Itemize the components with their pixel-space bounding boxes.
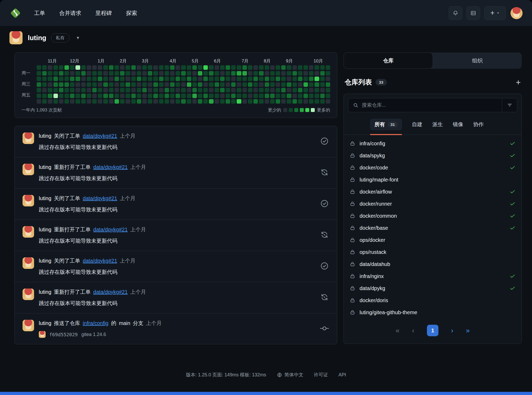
heatmap-cell[interactable] xyxy=(231,71,236,76)
repo-row[interactable]: ops/docker xyxy=(344,234,522,246)
heatmap-cell[interactable] xyxy=(137,88,141,92)
heatmap-cell[interactable] xyxy=(70,71,74,76)
heatmap-cell[interactable] xyxy=(287,65,291,70)
heatmap-cell[interactable] xyxy=(142,71,147,76)
heatmap-cell[interactable] xyxy=(181,94,186,98)
filter-tab-mirrors[interactable]: 镜像 xyxy=(453,121,463,128)
heatmap-cell[interactable] xyxy=(226,99,230,104)
heatmap-cell[interactable] xyxy=(309,94,313,98)
api-link[interactable]: API xyxy=(339,372,346,378)
heatmap-cell[interactable] xyxy=(220,77,225,81)
heatmap-cell[interactable] xyxy=(220,99,225,104)
repo-row[interactable]: docker/doris xyxy=(344,294,522,306)
heatmap-cell[interactable] xyxy=(64,88,69,92)
feed-issue-link[interactable]: data/dpykg#21 xyxy=(83,133,117,139)
feed-issue-link[interactable]: data/dpykg#21 xyxy=(93,227,128,233)
heatmap-cell[interactable] xyxy=(165,99,169,104)
heatmap-cell[interactable] xyxy=(203,71,208,76)
heatmap-cell[interactable] xyxy=(209,71,213,76)
heatmap-cell[interactable] xyxy=(309,82,313,87)
heatmap-cell[interactable] xyxy=(237,94,241,98)
heatmap-cell[interactable] xyxy=(270,94,275,98)
heatmap-cell[interactable] xyxy=(292,99,297,104)
heatmap-cell[interactable] xyxy=(220,82,225,87)
heatmap-cell[interactable] xyxy=(98,88,102,92)
heatmap-cell[interactable] xyxy=(159,94,164,98)
heatmap-cell[interactable] xyxy=(53,82,58,87)
heatmap-cell[interactable] xyxy=(226,94,230,98)
heatmap-cell[interactable] xyxy=(248,71,252,76)
heatmap-cell[interactable] xyxy=(53,99,58,104)
heatmap-cell[interactable] xyxy=(48,88,52,92)
heatmap-cell[interactable] xyxy=(115,94,119,98)
create-new-button[interactable]: + xyxy=(484,6,506,20)
heatmap-cell[interactable] xyxy=(42,65,47,70)
repo-row[interactable]: ops/rustack xyxy=(344,246,522,258)
notifications-button[interactable] xyxy=(449,6,462,20)
language-selector[interactable]: 简体中文 xyxy=(277,372,303,378)
heatmap-cell[interactable] xyxy=(242,94,247,98)
heatmap-cell[interactable] xyxy=(187,94,191,98)
filter-tab-forks[interactable]: 派生 xyxy=(432,121,443,128)
heatmap-cell[interactable] xyxy=(87,99,91,104)
heatmap-cell[interactable] xyxy=(59,99,63,104)
nav-item-explore[interactable]: 探索 xyxy=(126,9,137,17)
heatmap-cell[interactable] xyxy=(81,99,86,104)
heatmap-cell[interactable] xyxy=(181,82,186,87)
heatmap-cell[interactable] xyxy=(64,77,69,81)
heatmap-cell[interactable] xyxy=(320,65,325,70)
heatmap-cell[interactable] xyxy=(242,77,247,81)
heatmap-cell[interactable] xyxy=(326,65,330,70)
heatmap-cell[interactable] xyxy=(192,94,197,98)
heatmap-cell[interactable] xyxy=(270,65,275,70)
heatmap-cell[interactable] xyxy=(265,88,269,92)
heatmap-cell[interactable] xyxy=(115,65,119,70)
heatmap-cell[interactable] xyxy=(231,99,236,104)
heatmap-cell[interactable] xyxy=(265,99,269,104)
feed-issue-link[interactable]: data/dpykg#21 xyxy=(83,195,117,201)
nav-item-pull-requests[interactable]: 合并请求 xyxy=(59,9,81,17)
heatmap-cell[interactable] xyxy=(53,71,58,76)
heatmap-cell[interactable] xyxy=(242,82,247,87)
heatmap-cell[interactable] xyxy=(142,99,147,104)
heatmap-cell[interactable] xyxy=(170,77,175,81)
heatmap-cell[interactable] xyxy=(153,88,158,92)
heatmap-cell[interactable] xyxy=(314,88,319,92)
heatmap-cell[interactable] xyxy=(142,94,147,98)
avatar[interactable] xyxy=(23,289,34,300)
heatmap-cell[interactable] xyxy=(48,82,52,87)
profile-dropdown-caret[interactable]: ▾ xyxy=(77,35,79,41)
heatmap-cell[interactable] xyxy=(248,82,252,87)
heatmap-cell[interactable] xyxy=(142,82,147,87)
heatmap-cell[interactable] xyxy=(37,94,41,98)
heatmap-cell[interactable] xyxy=(198,82,202,87)
heatmap-cell[interactable] xyxy=(303,88,308,92)
heatmap-cell[interactable] xyxy=(292,77,297,81)
heatmap-cell[interactable] xyxy=(37,82,41,87)
heatmap-cell[interactable] xyxy=(142,65,147,70)
pagination-next-button[interactable]: › xyxy=(451,327,453,335)
heatmap-cell[interactable] xyxy=(153,99,158,104)
heatmap-cell[interactable] xyxy=(226,82,230,87)
heatmap-cell[interactable] xyxy=(153,77,158,81)
heatmap-cell[interactable] xyxy=(48,94,52,98)
heatmap-cell[interactable] xyxy=(115,71,119,76)
repo-row[interactable]: luting/gitea-github-theme xyxy=(344,306,522,318)
heatmap-cell[interactable] xyxy=(215,94,219,98)
heatmap-cell[interactable] xyxy=(237,99,241,104)
heatmap-cell[interactable] xyxy=(276,71,280,76)
heatmap-cell[interactable] xyxy=(187,88,191,92)
heatmap-cell[interactable] xyxy=(59,65,63,70)
heatmap-cell[interactable] xyxy=(314,77,319,81)
heatmap-cell[interactable] xyxy=(115,77,119,81)
heatmap-cell[interactable] xyxy=(303,99,308,104)
heatmap-cell[interactable] xyxy=(75,77,80,81)
heatmap-cell[interactable] xyxy=(281,77,286,81)
heatmap-cell[interactable] xyxy=(126,99,130,104)
heatmap-cell[interactable] xyxy=(103,94,108,98)
heatmap-cell[interactable] xyxy=(120,71,124,76)
heatmap-cell[interactable] xyxy=(203,99,208,104)
heatmap-cell[interactable] xyxy=(326,94,330,98)
heatmap-cell[interactable] xyxy=(115,99,119,104)
heatmap-cell[interactable] xyxy=(209,94,213,98)
